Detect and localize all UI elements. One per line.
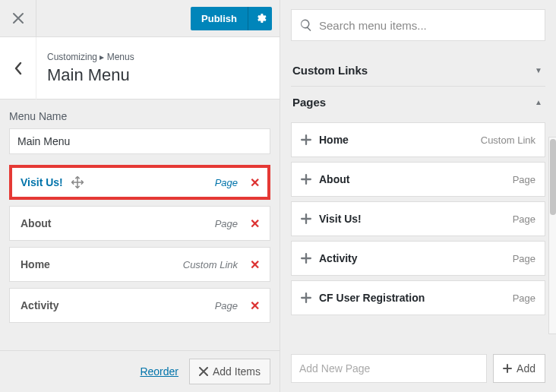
publish-settings-button[interactable] [248, 7, 272, 30]
menu-name-label: Menu Name [9, 110, 270, 122]
remove-item-button[interactable]: ✕ [247, 217, 262, 231]
menu-item[interactable]: ActivityPage✕ [9, 288, 270, 323]
add-button-label: Add [517, 362, 535, 375]
menu-item-type: Page [215, 177, 238, 188]
close-icon [12, 12, 24, 24]
menu-item[interactable]: Visit Us!Page✕ [9, 165, 270, 200]
topbar: Publish [0, 0, 280, 37]
move-icon [71, 175, 84, 189]
available-page-label: Activity [319, 252, 358, 264]
plus-icon [301, 134, 311, 145]
plus-icon [503, 364, 512, 373]
page-title: Main Menu [47, 65, 134, 85]
customizer-panel: Publish Customizing ▸ Menus Main Menu Me… [0, 0, 280, 392]
close-panel-button[interactable] [0, 0, 36, 37]
add-items-button[interactable]: Add Items [189, 359, 270, 384]
panel-titles: Customizing ▸ Menus Main Menu [36, 52, 134, 85]
back-button[interactable] [0, 37, 36, 100]
reorder-link[interactable]: Reorder [140, 365, 178, 378]
scrollbar-thumb[interactable] [550, 139, 556, 215]
available-page-label: About [319, 173, 349, 185]
top-actions: Publish [191, 7, 280, 30]
pages-body: HomeCustom LinkAboutPageVisit Us!PageAct… [291, 118, 545, 327]
gear-icon [254, 12, 267, 24]
bottom-toolbar: Reorder Add Items [0, 350, 280, 392]
menu-item-type: Page [215, 218, 238, 229]
menu-items-list: Visit Us!Page✕AboutPage✕HomeCustom Link✕… [0, 159, 280, 329]
available-page-type: Page [513, 174, 535, 185]
plus-icon [301, 174, 311, 185]
search-icon [299, 18, 313, 32]
available-page-label: Visit Us! [319, 213, 362, 225]
available-page-item[interactable]: AboutPage [291, 162, 545, 197]
menu-item-label: Visit Us! [21, 176, 63, 188]
menu-item-label: Home [21, 258, 50, 270]
section-custom-links-label: Custom Links [292, 64, 368, 77]
search-input[interactable] [319, 19, 537, 32]
menu-item[interactable]: HomeCustom Link✕ [9, 247, 270, 282]
chevron-up-icon: ▲ [535, 98, 542, 106]
available-page-type: Custom Link [481, 134, 535, 146]
available-page-item[interactable]: HomeCustom Link [291, 122, 545, 157]
remove-item-button[interactable]: ✕ [247, 175, 262, 190]
plus-icon [301, 292, 311, 303]
menu-item-label: Activity [21, 299, 59, 311]
close-icon [199, 367, 208, 376]
menu-item-type: Page [215, 300, 238, 311]
add-items-label: Add Items [213, 365, 261, 378]
section-custom-links[interactable]: Custom Links ▼ [291, 55, 545, 87]
add-new-page-field[interactable] [291, 354, 487, 383]
available-page-item[interactable]: CF User RegistrationPage [291, 280, 545, 315]
remove-item-button[interactable]: ✕ [247, 299, 262, 313]
menu-item-type: Custom Link [183, 259, 238, 270]
chevron-left-icon [13, 62, 24, 75]
plus-icon [301, 253, 311, 264]
menu-item[interactable]: AboutPage✕ [9, 206, 270, 241]
available-page-type: Page [513, 253, 535, 264]
add-new-row: Add [291, 345, 545, 383]
plus-icon [301, 213, 311, 224]
available-page-item[interactable]: Visit Us!Page [291, 201, 545, 236]
available-page-type: Page [513, 213, 535, 225]
available-page-label: Home [319, 134, 349, 146]
available-page-label: CF User Registration [319, 292, 425, 304]
menu-item-label: About [21, 217, 51, 229]
panel-header: Customizing ▸ Menus Main Menu [0, 37, 280, 100]
menu-name-section: Menu Name [0, 100, 280, 159]
chevron-down-icon: ▼ [535, 66, 542, 74]
remove-item-button[interactable]: ✕ [247, 258, 262, 272]
scrollbar[interactable] [548, 137, 556, 334]
available-page-type: Page [513, 292, 535, 304]
section-pages[interactable]: Pages ▲ [291, 87, 545, 118]
section-pages-label: Pages [292, 96, 326, 109]
add-button[interactable]: Add [493, 354, 545, 383]
menu-name-field[interactable] [9, 128, 270, 154]
publish-button[interactable]: Publish [191, 7, 248, 30]
available-page-item[interactable]: ActivityPage [291, 241, 545, 276]
search-box[interactable] [291, 9, 545, 41]
available-items-panel: Custom Links ▼ Pages ▲ HomeCustom LinkAb… [280, 0, 556, 392]
breadcrumb: Customizing ▸ Menus [47, 52, 134, 62]
